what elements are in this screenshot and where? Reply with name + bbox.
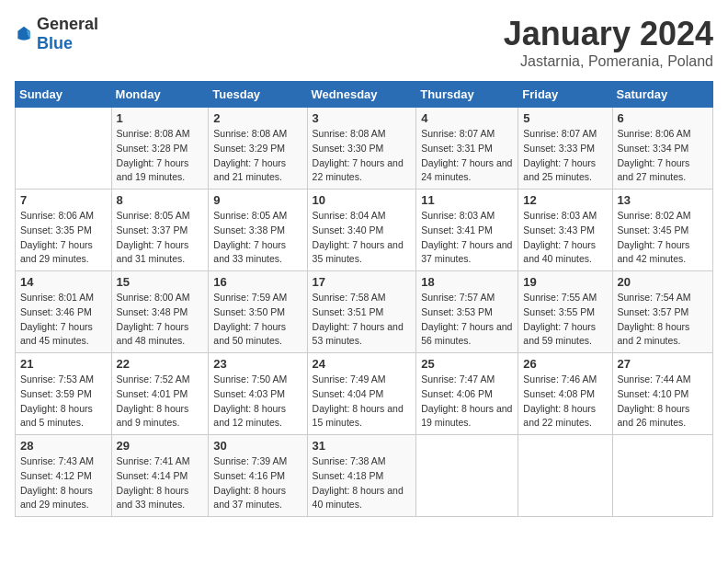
day-detail: Sunrise: 7:46 AMSunset: 4:08 PMDaylight:… (523, 373, 607, 431)
day-cell: 15 Sunrise: 8:00 AMSunset: 3:48 PMDaylig… (111, 271, 209, 353)
day-cell: 6 Sunrise: 8:06 AMSunset: 3:34 PMDayligh… (612, 108, 712, 190)
day-number: 25 (421, 357, 513, 371)
day-number: 26 (523, 357, 607, 371)
col-header-friday: Friday (518, 82, 612, 108)
day-detail: Sunrise: 8:03 AMSunset: 3:41 PMDaylight:… (421, 209, 513, 267)
day-detail: Sunrise: 7:39 AMSunset: 4:16 PMDaylight:… (213, 454, 301, 512)
day-cell: 19 Sunrise: 7:55 AMSunset: 3:55 PMDaylig… (518, 271, 612, 353)
day-number: 7 (20, 193, 107, 207)
day-cell: 18 Sunrise: 7:57 AMSunset: 3:53 PMDaylig… (416, 271, 518, 353)
day-number: 23 (213, 357, 301, 371)
day-cell: 8 Sunrise: 8:05 AMSunset: 3:37 PMDayligh… (111, 190, 209, 271)
day-detail: Sunrise: 7:55 AMSunset: 3:55 PMDaylight:… (523, 291, 607, 349)
day-detail: Sunrise: 7:50 AMSunset: 4:03 PMDaylight:… (213, 373, 301, 431)
day-number: 20 (618, 275, 708, 289)
calendar-title: January 2024 (504, 15, 713, 53)
day-cell: 20 Sunrise: 7:54 AMSunset: 3:57 PMDaylig… (612, 271, 712, 353)
week-row-2: 14 Sunrise: 8:01 AMSunset: 3:46 PMDaylig… (16, 271, 713, 353)
day-number: 4 (421, 111, 513, 125)
logo-icon (15, 25, 33, 43)
day-cell: 5 Sunrise: 8:07 AMSunset: 3:33 PMDayligh… (518, 108, 612, 190)
day-cell: 17 Sunrise: 7:58 AMSunset: 3:51 PMDaylig… (307, 271, 416, 353)
day-cell: 23 Sunrise: 7:50 AMSunset: 4:03 PMDaylig… (209, 353, 307, 435)
day-number: 1 (117, 111, 204, 125)
day-number: 10 (313, 193, 412, 207)
day-detail: Sunrise: 8:05 AMSunset: 3:38 PMDaylight:… (213, 209, 301, 267)
calendar-location: Jastarnia, Pomerania, Poland (504, 53, 713, 70)
day-cell: 2 Sunrise: 8:08 AMSunset: 3:29 PMDayligh… (209, 108, 307, 190)
week-row-0: 1 Sunrise: 8:08 AMSunset: 3:28 PMDayligh… (16, 108, 713, 190)
day-detail: Sunrise: 7:52 AMSunset: 4:01 PMDaylight:… (117, 373, 204, 431)
day-detail: Sunrise: 7:57 AMSunset: 3:53 PMDaylight:… (421, 291, 513, 349)
week-row-4: 28 Sunrise: 7:43 AMSunset: 4:12 PMDaylig… (16, 435, 713, 517)
day-detail: Sunrise: 8:04 AMSunset: 3:40 PMDaylight:… (313, 209, 412, 267)
day-number: 17 (313, 275, 412, 289)
day-detail: Sunrise: 8:02 AMSunset: 3:45 PMDaylight:… (618, 209, 708, 267)
day-cell: 27 Sunrise: 7:44 AMSunset: 4:10 PMDaylig… (612, 353, 712, 435)
day-number: 21 (20, 357, 107, 371)
day-cell: 21 Sunrise: 7:53 AMSunset: 3:59 PMDaylig… (16, 353, 112, 435)
logo: General Blue (15, 15, 98, 53)
day-cell: 16 Sunrise: 7:59 AMSunset: 3:50 PMDaylig… (209, 271, 307, 353)
logo-text: General Blue (37, 15, 98, 53)
day-cell: 14 Sunrise: 8:01 AMSunset: 3:46 PMDaylig… (16, 271, 112, 353)
day-detail: Sunrise: 8:01 AMSunset: 3:46 PMDaylight:… (20, 291, 107, 349)
day-cell: 3 Sunrise: 8:08 AMSunset: 3:30 PMDayligh… (307, 108, 416, 190)
week-row-3: 21 Sunrise: 7:53 AMSunset: 3:59 PMDaylig… (16, 353, 713, 435)
col-header-sunday: Sunday (16, 82, 112, 108)
day-cell (416, 435, 518, 517)
day-detail: Sunrise: 8:03 AMSunset: 3:43 PMDaylight:… (523, 209, 607, 267)
day-cell: 9 Sunrise: 8:05 AMSunset: 3:38 PMDayligh… (209, 190, 307, 271)
day-number: 15 (117, 275, 204, 289)
week-row-1: 7 Sunrise: 8:06 AMSunset: 3:35 PMDayligh… (16, 190, 713, 271)
day-cell: 4 Sunrise: 8:07 AMSunset: 3:31 PMDayligh… (416, 108, 518, 190)
day-detail: Sunrise: 8:08 AMSunset: 3:30 PMDaylight:… (313, 127, 412, 185)
page-header: General Blue January 2024 Jastarnia, Pom… (15, 15, 713, 70)
col-header-monday: Monday (111, 82, 209, 108)
day-detail: Sunrise: 7:49 AMSunset: 4:04 PMDaylight:… (313, 373, 412, 431)
day-detail: Sunrise: 7:43 AMSunset: 4:12 PMDaylight:… (20, 454, 107, 512)
day-detail: Sunrise: 8:07 AMSunset: 3:33 PMDaylight:… (523, 127, 607, 185)
day-detail: Sunrise: 7:54 AMSunset: 3:57 PMDaylight:… (618, 291, 708, 349)
day-cell (518, 435, 612, 517)
day-number: 19 (523, 275, 607, 289)
col-header-saturday: Saturday (612, 82, 712, 108)
day-number: 9 (213, 193, 301, 207)
day-detail: Sunrise: 8:00 AMSunset: 3:48 PMDaylight:… (117, 291, 204, 349)
day-cell: 7 Sunrise: 8:06 AMSunset: 3:35 PMDayligh… (16, 190, 112, 271)
day-detail: Sunrise: 8:06 AMSunset: 3:35 PMDaylight:… (20, 209, 107, 267)
day-cell: 13 Sunrise: 8:02 AMSunset: 3:45 PMDaylig… (612, 190, 712, 271)
day-number: 2 (213, 111, 301, 125)
col-header-tuesday: Tuesday (209, 82, 307, 108)
col-header-thursday: Thursday (416, 82, 518, 108)
day-cell: 22 Sunrise: 7:52 AMSunset: 4:01 PMDaylig… (111, 353, 209, 435)
day-cell: 28 Sunrise: 7:43 AMSunset: 4:12 PMDaylig… (16, 435, 112, 517)
day-detail: Sunrise: 7:47 AMSunset: 4:06 PMDaylight:… (421, 373, 513, 431)
day-number: 14 (20, 275, 107, 289)
day-cell (612, 435, 712, 517)
day-number: 28 (20, 439, 107, 453)
day-detail: Sunrise: 7:41 AMSunset: 4:14 PMDaylight:… (117, 454, 204, 512)
day-number: 6 (618, 111, 708, 125)
day-number: 13 (618, 193, 708, 207)
logo-blue: Blue (37, 34, 73, 52)
day-cell: 26 Sunrise: 7:46 AMSunset: 4:08 PMDaylig… (518, 353, 612, 435)
day-detail: Sunrise: 7:44 AMSunset: 4:10 PMDaylight:… (618, 373, 708, 431)
col-header-wednesday: Wednesday (307, 82, 416, 108)
day-number: 29 (117, 439, 204, 453)
day-cell: 25 Sunrise: 7:47 AMSunset: 4:06 PMDaylig… (416, 353, 518, 435)
day-cell: 24 Sunrise: 7:49 AMSunset: 4:04 PMDaylig… (307, 353, 416, 435)
day-detail: Sunrise: 8:07 AMSunset: 3:31 PMDaylight:… (421, 127, 513, 185)
day-cell: 11 Sunrise: 8:03 AMSunset: 3:41 PMDaylig… (416, 190, 518, 271)
calendar-header-row: SundayMondayTuesdayWednesdayThursdayFrid… (16, 82, 713, 108)
day-cell: 29 Sunrise: 7:41 AMSunset: 4:14 PMDaylig… (111, 435, 209, 517)
day-number: 12 (523, 193, 607, 207)
title-area: January 2024 Jastarnia, Pomerania, Polan… (504, 15, 713, 70)
day-number: 18 (421, 275, 513, 289)
day-cell: 10 Sunrise: 8:04 AMSunset: 3:40 PMDaylig… (307, 190, 416, 271)
day-detail: Sunrise: 8:08 AMSunset: 3:29 PMDaylight:… (213, 127, 301, 185)
day-number: 30 (213, 439, 301, 453)
day-detail: Sunrise: 7:53 AMSunset: 3:59 PMDaylight:… (20, 373, 107, 431)
calendar-table: SundayMondayTuesdayWednesdayThursdayFrid… (15, 81, 713, 517)
day-detail: Sunrise: 8:06 AMSunset: 3:34 PMDaylight:… (618, 127, 708, 185)
